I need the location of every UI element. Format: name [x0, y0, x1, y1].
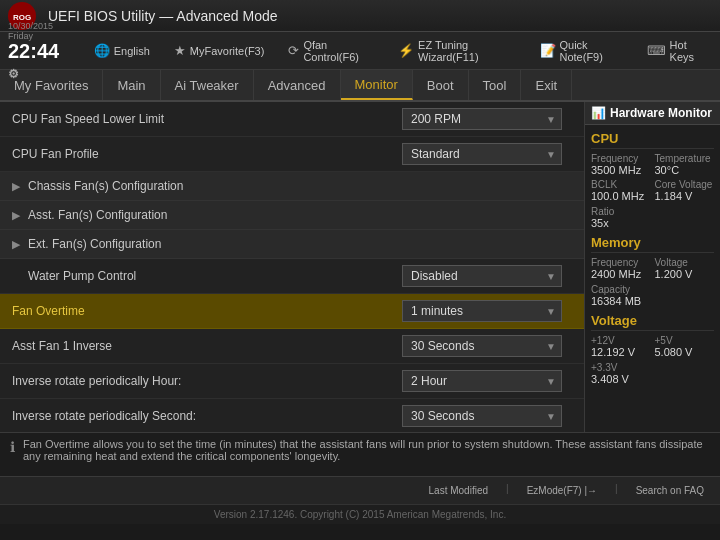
- my-favorite-button[interactable]: ★ MyFavorite(F3): [168, 41, 271, 60]
- hot-keys-label: Hot Keys: [670, 39, 706, 63]
- keyboard-icon: ⌨: [647, 43, 666, 58]
- hw-mem-volt-label: Voltage: [655, 257, 715, 268]
- cpu-fan-profile-label: CPU Fan Profile: [12, 147, 402, 161]
- search-faq-button[interactable]: Search on FAQ: [630, 483, 710, 498]
- asst-fan-inverse-dropdown-wrapper: 30 Seconds ▼: [402, 335, 562, 357]
- qfan-control-button[interactable]: ⟳ Qfan Control(F6): [282, 37, 380, 65]
- fan-overtime-label: Fan Overtime: [12, 304, 402, 318]
- hw-cpu-temp-value: 30°C: [655, 164, 715, 176]
- main-layout: CPU Fan Speed Lower Limit 200 RPM ▼ CPU …: [0, 102, 720, 432]
- inverse-hour-dropdown-wrapper: 2 Hour ▼: [402, 370, 562, 392]
- cpu-fan-speed-dropdown[interactable]: 200 RPM: [402, 108, 562, 130]
- expand-icon: ▶: [12, 180, 20, 193]
- setting-cpu-fan-speed-lower-limit: CPU Fan Speed Lower Limit 200 RPM ▼: [0, 102, 584, 137]
- setting-inverse-rotate-hour: Inverse rotate periodically Hour: 2 Hour…: [0, 364, 584, 399]
- language-label: English: [114, 45, 150, 57]
- hw-cpu-corevolt-value: 1.184 V: [655, 190, 715, 202]
- language-selector[interactable]: 🌐 English: [88, 41, 156, 60]
- hw-volt-33v: +3.3V 3.408 V: [591, 362, 714, 385]
- nav-tool[interactable]: Tool: [469, 70, 522, 100]
- setting-inverse-rotate-second: Inverse rotate periodically Second: 30 S…: [0, 399, 584, 432]
- hw-memory-section-title: Memory: [591, 235, 714, 253]
- hot-keys-button[interactable]: ⌨ Hot Keys: [641, 37, 712, 65]
- inverse-second-value: 30 Seconds ▼: [402, 405, 572, 427]
- info-description-bar: ℹ Fan Overtime allows you to set the tim…: [0, 432, 720, 476]
- nav-ai-tweaker[interactable]: Ai Tweaker: [161, 70, 254, 100]
- hw-cpu-ratio-label: Ratio: [591, 206, 714, 217]
- hw-cpu-bclk-value: 100.0 MHz: [591, 190, 651, 202]
- fan-overtime-dropdown[interactable]: 1 minutes: [402, 300, 562, 322]
- hw-cpu-temp-label: Temperature: [655, 153, 715, 164]
- hw-volt-33v-value: 3.408 V: [591, 373, 714, 385]
- inverse-hour-label: Inverse rotate periodically Hour:: [12, 374, 402, 388]
- qfan-label: Qfan Control(F6): [303, 39, 374, 63]
- hw-cpu-freq-value: 3500 MHz: [591, 164, 651, 176]
- hw-volt-33v-label: +3.3V: [591, 362, 714, 373]
- note-icon: 📝: [540, 43, 556, 58]
- last-modified-button[interactable]: Last Modified: [423, 483, 494, 498]
- window-title: UEFI BIOS Utility — Advanced Mode: [48, 8, 278, 24]
- cpu-fan-profile-dropdown[interactable]: Standard: [402, 143, 562, 165]
- water-pump-dropdown[interactable]: Disabled: [402, 265, 562, 287]
- hw-cpu-freq-label: Frequency: [591, 153, 651, 164]
- cpu-fan-profile-value: Standard ▼: [402, 143, 572, 165]
- asst-fan-inverse-dropdown[interactable]: 30 Seconds: [402, 335, 562, 357]
- hw-volt-12v-label: +12V: [591, 335, 651, 346]
- hw-cpu-corevolt: Core Voltage 1.184 V: [655, 179, 715, 202]
- nav-my-favorites[interactable]: My Favorites: [0, 70, 103, 100]
- setting-water-pump-control: Water Pump Control Disabled ▼: [0, 259, 584, 294]
- hw-mem-freq-value: 2400 MHz: [591, 268, 651, 280]
- expand-icon: ▶: [12, 209, 20, 222]
- hw-mem-volt-value: 1.200 V: [655, 268, 715, 280]
- hw-cpu-temp: Temperature 30°C: [655, 153, 715, 176]
- footer-bar: Last Modified | EzMode(F7) |→ | Search o…: [0, 476, 720, 504]
- fan-overtime-dropdown-wrapper: 1 minutes ▼: [402, 300, 562, 322]
- hardware-monitor-panel: 📊 Hardware Monitor CPU Frequency 3500 MH…: [585, 102, 720, 432]
- hw-cpu-ratio: Ratio 35x: [591, 206, 714, 229]
- hw-voltage-section-title: Voltage: [591, 313, 714, 331]
- hw-cpu-grid: Frequency 3500 MHz Temperature 30°C BCLK…: [591, 153, 714, 202]
- info-icon: ℹ: [10, 439, 15, 455]
- hw-cpu-bclk: BCLK 100.0 MHz: [591, 179, 651, 202]
- fan-overtime-value: 1 minutes ▼: [402, 300, 572, 322]
- fan-icon: ⟳: [288, 43, 299, 58]
- title-bar: ROG UEFI BIOS Utility — Advanced Mode: [0, 0, 720, 32]
- ext-fans-label: Ext. Fan(s) Configuration: [28, 237, 161, 251]
- cpu-fan-speed-dropdown-wrapper: 200 RPM ▼: [402, 108, 562, 130]
- water-pump-dropdown-wrapper: Disabled ▼: [402, 265, 562, 287]
- setting-fan-overtime: Fan Overtime 1 minutes ▼: [0, 294, 584, 329]
- my-favorite-label: MyFavorite(F3): [190, 45, 265, 57]
- nav-main[interactable]: Main: [103, 70, 160, 100]
- navigation-bar: My Favorites Main Ai Tweaker Advanced Mo…: [0, 70, 720, 102]
- hw-mem-capacity: Capacity 16384 MB: [591, 284, 714, 307]
- hw-mem-capacity-value: 16384 MB: [591, 295, 714, 307]
- hw-voltage-grid: +12V 12.192 V +5V 5.080 V: [591, 335, 714, 358]
- setting-asst-fan-1-inverse: Asst Fan 1 Inverse 30 Seconds ▼: [0, 329, 584, 364]
- quick-note-button[interactable]: 📝 Quick Note(F9): [534, 37, 629, 65]
- water-pump-value: Disabled ▼: [402, 265, 572, 287]
- footer-right: Last Modified | EzMode(F7) |→ | Search o…: [423, 483, 710, 498]
- inverse-hour-dropdown[interactable]: 2 Hour: [402, 370, 562, 392]
- nav-exit[interactable]: Exit: [521, 70, 572, 100]
- ez-mode-button[interactable]: EzMode(F7) |→: [521, 483, 603, 498]
- inverse-second-dropdown[interactable]: 30 Seconds: [402, 405, 562, 427]
- collapse-icon: ▶: [12, 238, 20, 251]
- nav-advanced[interactable]: Advanced: [254, 70, 341, 100]
- asst-fans-section[interactable]: ▶ Asst. Fan(s) Configuration: [0, 201, 584, 230]
- inverse-hour-value: 2 Hour ▼: [402, 370, 572, 392]
- hw-cpu-freq: Frequency 3500 MHz: [591, 153, 651, 176]
- nav-boot[interactable]: Boot: [413, 70, 469, 100]
- cpu-fan-profile-dropdown-wrapper: Standard ▼: [402, 143, 562, 165]
- date-display: 10/30/2015 Friday: [8, 21, 72, 41]
- hw-mem-freq-label: Frequency: [591, 257, 651, 268]
- ez-tuning-button[interactable]: ⚡ EZ Tuning Wizard(F11): [392, 37, 521, 65]
- hw-volt-5v-value: 5.080 V: [655, 346, 715, 358]
- status-bar: Version 2.17.1246. Copyright (C) 2015 Am…: [0, 504, 720, 524]
- water-pump-label: Water Pump Control: [28, 269, 402, 283]
- chassis-fans-section[interactable]: ▶ Chassis Fan(s) Configuration: [0, 172, 584, 201]
- nav-monitor[interactable]: Monitor: [341, 70, 413, 100]
- chassis-fans-label: Chassis Fan(s) Configuration: [28, 179, 183, 193]
- cpu-fan-speed-label: CPU Fan Speed Lower Limit: [12, 112, 402, 126]
- hw-volt-12v: +12V 12.192 V: [591, 335, 651, 358]
- ext-fans-section[interactable]: ▶ Ext. Fan(s) Configuration: [0, 230, 584, 259]
